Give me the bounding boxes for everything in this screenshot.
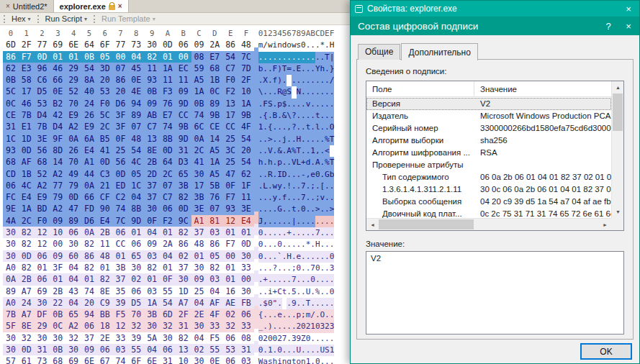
signature-table-row[interactable]: Двоичный код плат...0c 2c 75 31 71 31 74…	[366, 208, 611, 218]
value-cell: 30 0c 06 0a 2b 06 01 04 01 82 37 02 01 0…	[474, 183, 611, 196]
signature-table-row[interactable]: Проверенные атрибуты	[366, 159, 611, 171]
close-icon[interactable]: ×	[118, 3, 122, 10]
hex-byte[interactable]: 74	[113, 355, 129, 364]
signature-table-row[interactable]: ВерсияV2	[366, 98, 611, 110]
run-script-dropdown[interactable]: Run Script ▾	[42, 14, 90, 23]
hex-row: 57617368696E67746F6E3110300E0603Washingt…	[3, 352, 334, 364]
hex-byte[interactable]: 6E	[81, 355, 97, 364]
scroll-down-icon[interactable]: ▼	[612, 206, 624, 218]
scrollbar-corner	[611, 218, 623, 230]
hex-column-header: 0123456789ABCDEF0123456789ABCDEF	[3, 26, 334, 36]
hex-row: A082013F0482013B3082013730820133...?...;…	[3, 259, 334, 270]
ascii-char[interactable]: t	[292, 356, 297, 364]
ascii-char[interactable]: h	[273, 356, 278, 364]
ok-button[interactable]: OK	[580, 343, 632, 360]
scroll-left-icon[interactable]: ◄	[366, 219, 379, 231]
hex-byte[interactable]: 6E	[144, 355, 160, 364]
hex-byte[interactable]: 30	[191, 355, 207, 364]
view-mode-dropdown[interactable]: Hex ▾	[9, 14, 34, 23]
signature-table-row[interactable]: Серийный номер3300000266bd1580efa75cd6d3…	[366, 122, 611, 135]
hex-row: 68AF681470A10D564C2B64D3411A2554h.h.p..V…	[3, 153, 334, 165]
signature-table-header: Поле Значение	[366, 81, 623, 97]
scroll-right-icon[interactable]: ►	[599, 219, 611, 231]
value-cell	[474, 159, 611, 171]
value-cell: Microsoft Windows Production PCA 2011.	[474, 110, 611, 122]
ascii-char[interactable]: .	[310, 356, 315, 364]
ascii-char[interactable]: o	[297, 356, 302, 364]
field-cell: Проверенные атрибуты	[366, 159, 474, 171]
ascii-char[interactable]: .	[320, 356, 325, 364]
hex-byte[interactable]: 03	[238, 355, 254, 364]
ascii-char[interactable]: s	[268, 356, 273, 364]
ascii-char[interactable]: g	[287, 356, 292, 364]
hex-byte[interactable]: 69	[66, 355, 81, 364]
value-cell: V2	[474, 98, 611, 110]
tab-explorer-exe[interactable]: explorer.exe ×	[54, 0, 129, 12]
help-button[interactable]: ?	[599, 21, 618, 32]
ascii-char[interactable]: n	[301, 356, 306, 364]
tab-general[interactable]: Общие	[358, 44, 400, 60]
ascii-char[interactable]: 0	[315, 356, 320, 364]
signature-table-row[interactable]: Тип содержимого06 0a 2b 06 01 04 01 82 3…	[366, 171, 611, 183]
hex-byte[interactable]: 61	[19, 355, 35, 364]
outer-close-button[interactable]: ×	[618, 4, 639, 14]
tab-untitled2[interactable]: × Untitled2*	[0, 0, 54, 12]
ascii-char[interactable]: n	[282, 356, 287, 364]
hex-byte[interactable]: 73	[35, 355, 50, 364]
vertical-scrollbar[interactable]: ▲ ▼	[611, 81, 623, 218]
value-cell: 06 0a 2b 06 01 04 01 82 37 02 01 04	[474, 171, 611, 183]
signature-table: Поле Значение ВерсияV2ИздательMicrosoft …	[366, 81, 624, 231]
ascii-char[interactable]: a	[263, 356, 268, 364]
tab-details[interactable]: Дополнительно	[401, 43, 477, 60]
scroll-up-icon[interactable]: ▲	[612, 81, 624, 94]
hex-row: 30821210060A2B0601040182370301010.....+.…	[3, 224, 334, 235]
properties-dialog: Свойства: explorer.exe × Состав цифровой…	[350, 0, 640, 364]
close-icon[interactable]: ×	[6, 3, 10, 10]
signature-table-row[interactable]: 1.3.6.1.4.1.311.2.1.1130 0c 06 0a 2b 06 …	[366, 183, 611, 196]
signature-table-row[interactable]: Выборка сообщения04 20 c9 39 d5 1a 54 a7…	[366, 196, 611, 208]
field-cell: Алгоритм шифрования ...	[366, 147, 474, 159]
field-cell: Серийный номер	[366, 122, 474, 135]
ascii-char[interactable]: .	[325, 356, 330, 364]
ascii-char[interactable]: 1	[306, 356, 311, 364]
value-cell: 04 20 c9 39 d5 1a 54 a7 04 af ae fb 78 7…	[474, 196, 611, 208]
hex-row: A02430220420C939D51A54A704AFAEFB.$0". .9…	[3, 294, 334, 306]
hex-row: 300D06096086480165030402010500300...`.H.…	[3, 247, 334, 258]
ascii-char[interactable]: .	[330, 356, 335, 364]
hex-byte[interactable]: 0E	[207, 355, 222, 364]
tab-label: Untitled2*	[13, 2, 48, 11]
hex-row: CE7BD442E9265C3F89ABE7CC749B179B.{.B.&\?…	[3, 106, 334, 118]
field-cell: Алгоритм выборки	[366, 135, 474, 147]
hex-byte[interactable]: 10	[176, 355, 191, 364]
signature-table-row[interactable]: Алгоритм выборкиsha256	[366, 135, 611, 147]
chevron-down-icon: ▾	[28, 16, 31, 22]
scrollbar-thumb[interactable]	[379, 219, 474, 229]
run-template-dropdown[interactable]: Run Template ▾	[99, 14, 158, 23]
ascii-char[interactable]: W	[258, 356, 263, 364]
dialog-body: Общие Дополнительно Сведения о подписи: …	[351, 35, 639, 364]
hex-byte[interactable]: 06	[222, 355, 238, 364]
hex-byte[interactable]: 57	[3, 355, 19, 364]
hex-row: 31E17BD4A2E92C3F07C7749B6CCECC4F1.{...,?…	[3, 118, 334, 129]
signature-table-row[interactable]: Алгоритм шифрования ...RSA	[366, 147, 611, 159]
value-cell: 0c 2c 75 31 71 31 74 65 72 6e 61 6c 2e 3…	[474, 208, 611, 218]
signature-table-row[interactable]: ИздательMicrosoft Windows Production PCA…	[366, 110, 611, 122]
hex-byte[interactable]: 6F	[128, 355, 144, 364]
horizontal-scrollbar[interactable]: ◄ ►	[366, 218, 611, 230]
signature-table-body: ВерсияV2ИздательMicrosoft Windows Produc…	[366, 98, 611, 218]
hex-row: 930D568D26E44125548E0D312CA53C20..V.&.A%…	[3, 142, 334, 153]
hex-byte[interactable]: 31	[160, 355, 176, 364]
column-field: Поле	[366, 81, 474, 96]
value-box[interactable]: V2	[366, 251, 624, 335]
scrollbar-thumb[interactable]	[613, 94, 623, 131]
toolbar-grip[interactable]	[4, 15, 5, 23]
field-cell: Версия	[366, 98, 474, 110]
hex-byte[interactable]: 67	[97, 355, 113, 364]
hex-row: 86F70D01010B05000482010008E7547C........…	[3, 47, 334, 59]
toolbar-grip[interactable]	[37, 15, 39, 23]
inner-close-button[interactable]: ×	[618, 21, 639, 32]
toolbar-grip[interactable]	[94, 15, 95, 23]
hex-byte[interactable]: 68	[50, 355, 66, 364]
run-script-label: Run Script	[45, 14, 82, 23]
ascii-char[interactable]: i	[277, 356, 282, 364]
